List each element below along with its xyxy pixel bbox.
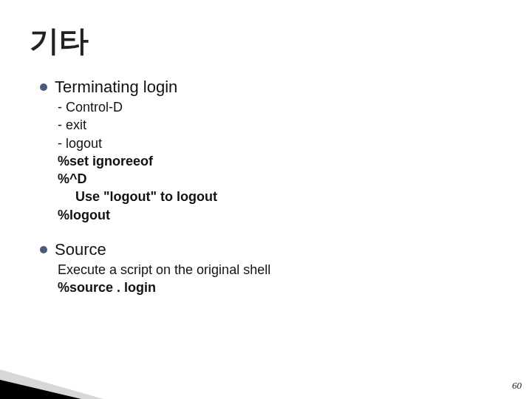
line-execute-script: Execute a script on the original shell (58, 261, 502, 279)
line-use-logout: Use "logout" to logout (58, 188, 502, 205)
bullet-dot-icon (40, 83, 47, 91)
page-number: 60 (512, 380, 522, 392)
line-percent-logout: %logout (58, 206, 502, 224)
bullet-terminating-heading: Terminating login (55, 78, 177, 97)
slide-title: 기타 (30, 21, 502, 61)
bullet-source: Source (40, 240, 502, 259)
svg-marker-1 (0, 380, 81, 399)
bullet-terminating: Terminating login (40, 78, 502, 97)
line-ctrl-d: %^D (58, 170, 502, 188)
corner-decoration (0, 355, 148, 399)
line-logout: - logout (58, 134, 502, 152)
slide-body: Terminating login - Control-D - exit - l… (30, 78, 502, 297)
bullet-terminating-details: - Control-D - exit - logout %set ignoree… (40, 98, 502, 224)
bullet-dot-icon (40, 246, 47, 253)
line-control-d: - Control-D (58, 98, 502, 116)
line-exit: - exit (58, 116, 502, 134)
bullet-source-details: Execute a script on the original shell %… (40, 261, 502, 297)
line-source-login: %source . login (58, 279, 502, 296)
line-set-ignoreeof: %set ignoreeof (58, 152, 502, 170)
bullet-source-heading: Source (55, 240, 106, 259)
svg-marker-0 (0, 369, 103, 399)
